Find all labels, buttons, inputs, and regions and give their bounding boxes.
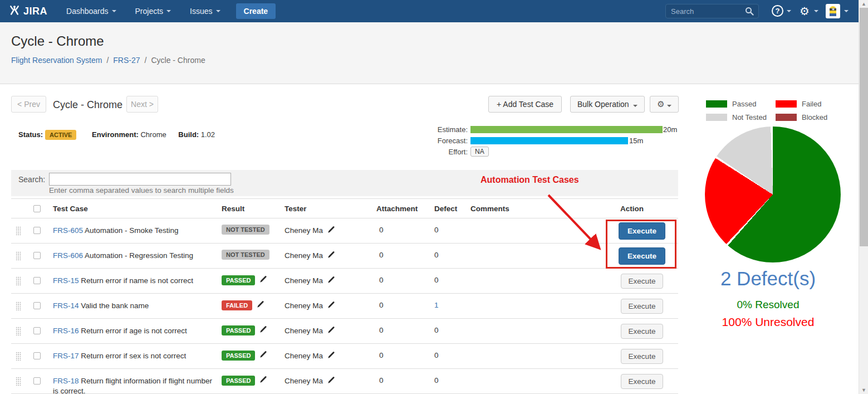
execute-button[interactable]: Execute [621,374,664,389]
effort-value: NA [470,147,489,157]
add-test-case-button[interactable]: + Add Test Case [488,96,562,113]
attachment-count: 0 [379,251,401,259]
col-result: Result [222,205,244,213]
chevron-down-icon[interactable] [844,10,849,12]
edit-result-icon[interactable] [259,376,267,385]
chevron-down-icon[interactable] [814,10,818,12]
execute-button[interactable]: Execute [621,349,664,364]
search-icon[interactable] [745,7,754,16]
drag-handle-icon[interactable] [16,251,21,260]
edit-result-icon[interactable] [259,325,267,335]
help-icon[interactable]: ? [772,5,783,17]
result-cell: FAILED [222,300,264,310]
result-cell: NOT TESTED [222,250,269,259]
action-cell: Execute [606,269,678,294]
jira-page: JIRA Dashboards Projects Issues Create ?… [0,0,868,394]
breadcrumb-current: Cycle - Chrome [151,56,205,65]
resolved-percentage: 0% Resolved [689,299,847,311]
test-case-cell: FRS-18 Return flight information if flig… [53,376,214,394]
jira-brand[interactable]: JIRA [9,4,47,18]
edit-tester-icon[interactable] [327,351,335,361]
result-badge: FAILED [222,300,252,310]
page-title: Cycle - Chrome [11,33,104,49]
next-cycle-button[interactable]: Next > [126,96,158,113]
environment-value: Chrome [140,130,166,139]
search-input[interactable] [49,173,231,186]
annotation-text: Automation Test Cases [480,175,579,185]
jira-logo-icon [9,4,20,18]
execution-pie-chart [705,127,841,262]
edit-result-icon[interactable] [257,300,264,310]
build-label: Build: [178,130,199,139]
scroll-up-icon[interactable]: ▲ [859,0,868,8]
edit-result-icon[interactable] [259,351,267,360]
nav-dashboards[interactable]: Dashboards [66,7,116,16]
select-all-checkbox[interactable] [33,205,41,212]
test-case-link[interactable]: FRS-18 [53,377,79,385]
drag-handle-icon[interactable] [16,276,21,285]
breadcrumb-issue-link[interactable]: FRS-27 [113,56,140,65]
breadcrumb-project-link[interactable]: Flight Reservation System [11,56,102,65]
test-case-cell: FRS-14 Valid the bank name [53,301,214,311]
nav-issues[interactable]: Issues [190,7,220,16]
defect-count-cell: 0 [434,326,457,334]
nav-projects[interactable]: Projects [135,7,171,16]
prev-cycle-button[interactable]: < Prev [11,96,46,113]
test-case-link[interactable]: FRS-17 [53,352,79,360]
edit-tester-icon[interactable] [327,251,335,260]
edit-result-icon[interactable] [259,275,267,285]
defect-count-cell[interactable]: 1 [434,301,457,309]
create-button[interactable]: Create [236,3,276,19]
tester-cell: Cheney Ma [285,351,335,361]
tester-cell: Cheney Ma [285,326,335,335]
forecast-label: Forecast: [412,137,468,145]
scroll-down-icon[interactable]: ▼ [859,386,868,394]
execute-button[interactable]: Execute [621,324,664,339]
result-cell: PASSED [222,351,267,360]
execute-button[interactable]: Execute [619,247,665,265]
row-checkbox[interactable] [33,252,41,259]
test-case-link[interactable]: FRS-15 [53,276,79,285]
result-cell: PASSED [222,376,267,385]
edit-tester-icon[interactable] [327,376,335,386]
bulk-operation-button[interactable]: Bulk Operation [570,96,645,113]
drag-handle-icon[interactable] [16,327,21,335]
drag-handle-icon[interactable] [16,301,21,310]
action-cell: Execute [606,244,678,269]
attachment-count: 0 [379,376,401,385]
table-row: FRS-14 Valid the bank name FAILED Cheney… [11,294,678,319]
breadcrumb: Flight Reservation System/FRS-27/Cycle -… [11,56,205,65]
row-checkbox[interactable] [33,352,41,359]
drag-handle-icon[interactable] [16,226,21,235]
test-case-link[interactable]: FRS-605 [53,226,83,235]
drag-handle-icon[interactable] [16,352,21,361]
defect-count-cell: 0 [434,226,457,234]
test-case-link[interactable]: FRS-14 [53,301,79,310]
row-checkbox[interactable] [33,327,41,334]
row-checkbox[interactable] [33,377,41,385]
col-defect: Defect [434,205,457,213]
edit-tester-icon[interactable] [327,301,335,310]
admin-gear-icon[interactable]: ⚙ [800,4,810,18]
execute-button[interactable]: Execute [621,299,664,314]
chevron-down-icon [216,10,220,12]
legend-swatch [706,114,727,121]
drag-handle-icon[interactable] [16,377,21,386]
cycle-settings-button[interactable]: ⚙ [650,96,679,113]
row-checkbox[interactable] [33,277,41,284]
result-badge: PASSED [222,351,255,361]
execute-button[interactable]: Execute [619,222,665,240]
edit-tester-icon[interactable] [327,226,335,235]
row-checkbox[interactable] [33,302,41,309]
vertical-scrollbar[interactable]: ▲ ▼ [859,0,868,394]
test-case-link[interactable]: FRS-16 [53,327,79,335]
test-case-link[interactable]: FRS-606 [53,251,83,260]
scrollbar-thumb[interactable] [860,8,868,246]
chevron-down-icon[interactable] [787,10,791,12]
user-avatar[interactable] [826,4,840,18]
execute-button[interactable]: Execute [621,274,664,289]
edit-tester-icon[interactable] [327,276,335,285]
test-case-name: Valid the bank name [81,301,149,310]
row-checkbox[interactable] [33,227,41,234]
edit-tester-icon[interactable] [327,326,335,335]
